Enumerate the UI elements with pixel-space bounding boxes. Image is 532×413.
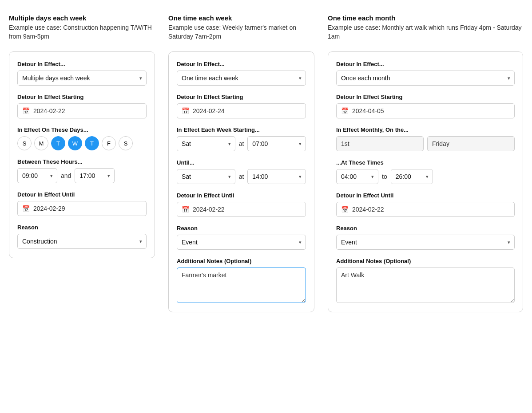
start-date-input-col1[interactable]: 📅 2024-02-22 (17, 103, 147, 118)
until-day-wrapper-col2: SunMonTueWedThuFriSat ▾ (177, 169, 235, 184)
notes-field-col2: Additional Notes (Optional) Farmer's mar… (177, 258, 306, 303)
col1-title: Multiple days each week (9, 13, 155, 23)
reason-field-col2: Reason Construction Event Maintenance Ot… (177, 225, 306, 250)
start-date-value-col1: 2024-02-22 (33, 107, 65, 114)
days-label-col1: In Effect On These Days... (17, 126, 147, 133)
start-date-value-col3: 2024-04-05 (352, 107, 384, 114)
reason-select-wrapper-col1: Construction Event Maintenance Other ▾ (17, 234, 147, 249)
reason-field-col1: Reason Construction Event Maintenance Ot… (17, 224, 147, 249)
notes-field-col3: Additional Notes (Optional) Art Walk (336, 258, 515, 303)
notes-label-col3: Additional Notes (Optional) (336, 258, 515, 264)
detour-type-select-col1[interactable]: Multiple days each week One time each we… (17, 71, 147, 86)
effect-until-label-col2: Detour In Effect Until (177, 192, 306, 199)
until-date-value-col1: 2024-02-29 (33, 205, 65, 212)
until-at-label-col2: at (239, 173, 244, 180)
column-one-time-week: One time each week Example use case: Wee… (168, 13, 314, 312)
end-time-wrapper-col3: 26:00 27:00 ▾ (391, 169, 433, 184)
detour-type-select-col3[interactable]: Multiple days each week One time each we… (336, 71, 515, 86)
weekly-field-col2: In Effect Each Week Starting... SunMonTu… (177, 126, 306, 151)
reason-label-col2: Reason (177, 225, 306, 232)
calendar-icon-until-col1: 📅 (22, 205, 30, 212)
reason-label-col1: Reason (17, 224, 147, 231)
detour-type-field-col2: Detour In Effect... Multiple days each w… (177, 61, 306, 86)
at-label-col2: at (239, 140, 244, 147)
day-sun-col1[interactable]: S (17, 136, 32, 150)
until-weekly-label-col2: Until... (177, 159, 306, 166)
detour-type-select-wrapper-col1: Multiple days each week One time each we… (17, 71, 147, 86)
end-hour-wrapper-col1: 17:00 18:00 ▾ (75, 168, 115, 183)
hours-label-col1: Between These Hours... (17, 158, 147, 165)
until-day-select-col2[interactable]: SunMonTueWedThuFriSat (177, 169, 235, 184)
day-thu-col1[interactable]: T (85, 136, 99, 150)
until-date-input-col1[interactable]: 📅 2024-02-29 (17, 201, 147, 216)
until-weekly-row-col2: SunMonTueWedThuFriSat ▾ at 14:00 15:00 ▾ (177, 169, 306, 184)
weekly-label-col2: In Effect Each Week Starting... (177, 126, 306, 133)
effect-until-date-value-col2: 2024-02-22 (193, 206, 225, 213)
days-row-col1: S M T W T F S (17, 136, 147, 150)
until-label-col3: Detour In Effect Until (336, 192, 515, 199)
detour-type-label-col3: Detour In Effect... (336, 61, 515, 67)
card-col3: Detour In Effect... Multiple days each w… (328, 51, 523, 312)
start-date-input-col2[interactable]: 📅 2024-02-24 (177, 103, 306, 118)
time-row-col3: 04:00 05:00 ▾ to 26:00 27:00 ▾ (336, 169, 515, 184)
start-time-wrapper-col2: 07:00 08:00 ▾ (247, 136, 306, 151)
reason-select-wrapper-col3: Construction Event Maintenance Other ▾ (336, 235, 515, 250)
monthly-day-col3[interactable] (427, 136, 515, 151)
column-multiple-days: Multiple days each week Example use case… (9, 13, 155, 258)
start-date-field-col3: Detour In Effect Starting 📅 2024-04-05 (336, 94, 515, 118)
day-sat-col1[interactable]: S (119, 136, 133, 150)
detour-type-select-wrapper-col3: Multiple days each week One time each we… (336, 71, 515, 86)
reason-select-col2[interactable]: Construction Event Maintenance Other (177, 235, 306, 250)
start-hour-select-col1[interactable]: 09:00 10:00 (17, 168, 57, 183)
effect-until-date-col2[interactable]: 📅 2024-02-22 (177, 202, 306, 217)
until-time-select-col2[interactable]: 14:00 15:00 (247, 169, 306, 184)
start-hour-wrapper-col1: 09:00 10:00 ▾ (17, 168, 57, 183)
day-fri-col1[interactable]: F (102, 136, 116, 150)
start-date-label-col2: Detour In Effect Starting (177, 94, 306, 100)
calendar-icon-col1: 📅 (22, 107, 30, 114)
col2-desc: Example use case: Weekly farmer's market… (168, 24, 314, 41)
until-field-col3: Detour In Effect Until 📅 2024-02-22 (336, 192, 515, 217)
times-label-col3: ...At These Times (336, 159, 515, 166)
notes-label-col2: Additional Notes (Optional) (177, 258, 306, 264)
start-time-select-col2[interactable]: 07:00 08:00 (247, 136, 306, 151)
end-hour-select-col1[interactable]: 17:00 18:00 (75, 168, 115, 183)
hours-field-col1: Between These Hours... 09:00 10:00 ▾ and… (17, 158, 147, 183)
day-mon-col1[interactable]: M (34, 136, 48, 150)
detour-type-label-col2: Detour In Effect... (177, 61, 306, 67)
reason-select-col3[interactable]: Construction Event Maintenance Other (336, 235, 515, 250)
detour-type-select-col2[interactable]: Multiple days each week One time each we… (177, 71, 306, 86)
start-date-field-col1: Detour In Effect Starting 📅 2024-02-22 (17, 94, 147, 118)
end-time-select-col3[interactable]: 26:00 27:00 (391, 169, 433, 184)
calendar-icon-col2: 📅 (182, 107, 189, 114)
until-weekly-field-col2: Until... SunMonTueWedThuFriSat ▾ at 14:0… (177, 159, 306, 184)
start-date-value-col2: 2024-02-24 (193, 107, 225, 114)
until-field-col1: Detour In Effect Until 📅 2024-02-29 (17, 191, 147, 216)
start-date-label-col3: Detour In Effect Starting (336, 94, 515, 100)
detour-type-field-col3: Detour In Effect... Multiple days each w… (336, 61, 515, 86)
until-label-col1: Detour In Effect Until (17, 191, 147, 198)
notes-textarea-col3[interactable]: Art Walk (336, 267, 515, 303)
effect-until-field-col2: Detour In Effect Until 📅 2024-02-22 (177, 192, 306, 217)
times-field-col3: ...At These Times 04:00 05:00 ▾ to 26:00 (336, 159, 515, 184)
start-time-wrapper-col3: 04:00 05:00 ▾ (336, 169, 378, 184)
start-date-input-col3[interactable]: 📅 2024-04-05 (336, 103, 515, 118)
reason-field-col3: Reason Construction Event Maintenance Ot… (336, 225, 515, 250)
and-label-col1: and (61, 172, 71, 179)
until-time-wrapper-col2: 14:00 15:00 ▾ (247, 169, 306, 184)
detour-type-label-col1: Detour In Effect... (17, 61, 147, 67)
monthly-ordinal-col3[interactable] (336, 136, 424, 151)
until-date-input-col3[interactable]: 📅 2024-02-22 (336, 202, 515, 217)
col3-desc: Example use case: Monthly art walk which… (328, 24, 523, 41)
calendar-icon-col3: 📅 (341, 107, 349, 114)
start-time-select-col3[interactable]: 04:00 05:00 (336, 169, 378, 184)
notes-textarea-col2[interactable]: Farmer's market (177, 267, 306, 303)
day-wed-col1[interactable]: W (68, 136, 82, 150)
day-tue-col1[interactable]: T (51, 136, 65, 150)
week-day-select-col2[interactable]: SunMonTueWedThuFriSat (177, 136, 235, 151)
card-col2: Detour In Effect... Multiple days each w… (168, 51, 314, 312)
reason-select-col1[interactable]: Construction Event Maintenance Other (17, 234, 147, 249)
start-date-field-col2: Detour In Effect Starting 📅 2024-02-24 (177, 94, 306, 118)
calendar-icon-effect-col2: 📅 (182, 206, 189, 213)
calendar-icon-until-col3: 📅 (341, 206, 349, 213)
